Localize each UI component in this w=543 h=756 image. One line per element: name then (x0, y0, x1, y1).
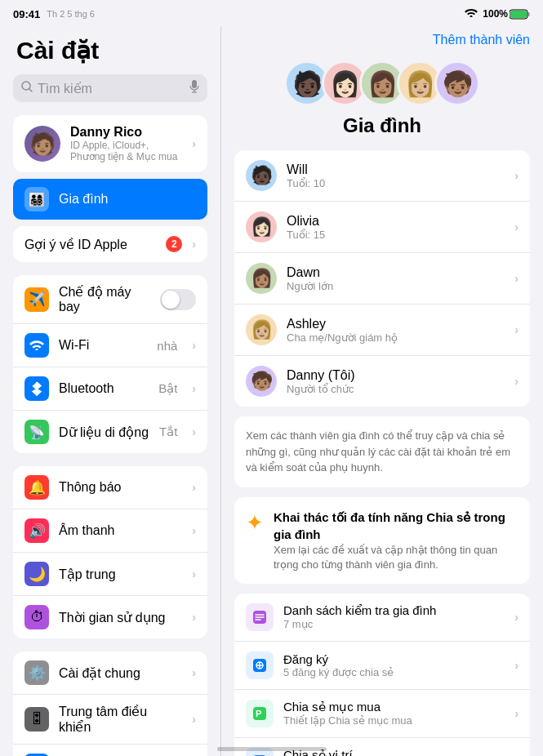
status-right-icons: 100% (465, 7, 530, 21)
suggestion-label: Gợi ý về ID Apple (24, 237, 156, 252)
feature-text: Khai thác tối đa tính năng Chia sẻ trong… (274, 509, 519, 572)
wifi-chevron-icon: › (192, 339, 196, 352)
action-row-subscriptions[interactable]: Đăng ký 5 đăng ký được chia sẻ › (234, 642, 530, 690)
checklist-title: Danh sách kiểm tra gia đình (283, 603, 505, 618)
member-info-danny: Danny (Tôi) Người tổ chức (287, 368, 505, 395)
notifications-icon: 🔔 (24, 475, 49, 500)
family-header: 🧑🏿 👩🏻 👩🏽 👩🏼 🧒🏽 Gia đình (234, 60, 530, 150)
add-member-button[interactable]: Thêm thành viên (433, 33, 530, 47)
settings-row-bluetooth[interactable]: Bluetooth Bật › (13, 367, 207, 411)
settings-row-wifi[interactable]: Wi-Fi nhà › (13, 324, 207, 367)
subscriptions-subtitle: 5 đăng ký được chia sẻ (283, 666, 505, 678)
member-avatar-will: 🧑🏿 (246, 160, 277, 191)
settings-row-display[interactable]: ☀️ Màn hình & Độ sáng › (13, 745, 207, 756)
member-row-olivia[interactable]: 👩🏻 Olivia Tuổi: 15 › (234, 202, 530, 253)
sound-chevron-icon: › (192, 524, 196, 537)
cellular-value: Tắt (159, 425, 177, 439)
olivia-chevron-icon: › (514, 220, 519, 233)
purchases-chevron-icon: › (514, 707, 519, 720)
account-row[interactable]: 🧑🏽 Danny Rico ID Apple, iCloud+, Phương … (13, 115, 207, 172)
action-row-purchases[interactable]: P Chia sẻ mục mua Thiết lập Chia sẻ mục … (234, 690, 530, 738)
member-row-danny[interactable]: 🧒🏽 Danny (Tôi) Người tổ chức › (234, 356, 530, 407)
family-avatar-5: 🧒🏽 (434, 60, 480, 106)
settings-row-control[interactable]: 🎛 Trung tâm điều khiển › (13, 695, 207, 745)
member-row-ashley[interactable]: 👩🏼 Ashley Cha mẹ/Người giám hộ › (234, 305, 530, 356)
main-panel: Thêm thành viên 🧑🏿 👩🏻 👩🏽 👩🏼 🧒🏽 Gia đình … (220, 26, 543, 756)
cellular-icon: 📡 (24, 420, 49, 444)
search-bar[interactable]: Tìm kiếm (13, 74, 207, 102)
notifications-label: Thông báo (59, 480, 182, 495)
member-avatar-ashley: 👩🏼 (246, 314, 277, 345)
cellular-label: Dữ liệu di động (59, 425, 149, 440)
notifications-chevron-icon: › (192, 481, 196, 494)
family-feature-box[interactable]: ✦ Khai thác tối đa tính năng Chia sẻ tro… (234, 497, 530, 584)
family-info-text: Xem các thành viên gia đình có thể truy … (246, 429, 510, 474)
settings-group-connectivity: ✈️ Chế độ máy bay Wi-Fi nhà › Bluetooth (13, 275, 207, 453)
dawn-chevron-icon: › (514, 272, 519, 285)
settings-row-notifications[interactable]: 🔔 Thông báo › (13, 466, 207, 509)
member-info-will: Will Tuổi: 10 (287, 162, 505, 189)
settings-row-cellular[interactable]: 📡 Dữ liệu di động Tắt › (13, 411, 207, 453)
settings-group-general: ⚙️ Cài đặt chung › 🎛 Trung tâm điều khiể… (13, 651, 207, 756)
suggestion-row[interactable]: Gợi ý về ID Apple 2 › (13, 226, 207, 262)
account-avatar-emoji: 🧑🏽 (29, 131, 56, 157)
cellular-chevron-icon: › (192, 425, 196, 438)
subscriptions-chevron-icon: › (514, 659, 519, 672)
focus-chevron-icon: › (192, 567, 196, 580)
account-chevron-icon: › (192, 137, 196, 150)
general-icon: ⚙️ (24, 660, 49, 685)
member-name-will: Will (287, 162, 505, 177)
app-container: Cài đặt Tìm kiếm 🧑🏽 Danny Rico ID Apple,… (0, 26, 543, 756)
family-icon: 👨‍👩‍👧‍👦 (24, 187, 49, 211)
will-chevron-icon: › (514, 169, 519, 182)
settings-row-airplane[interactable]: ✈️ Chế độ máy bay (13, 275, 207, 324)
member-row-will[interactable]: 🧑🏿 Will Tuổi: 10 › (234, 150, 530, 202)
settings-row-sound[interactable]: 🔊 Âm thanh › (13, 509, 207, 553)
svg-rect-5 (192, 80, 197, 88)
screentime-icon: ⏱ (24, 605, 49, 629)
family-title: Gia đình (343, 114, 421, 137)
member-row-dawn[interactable]: 👩🏽 Dawn Người lớn › (234, 253, 530, 305)
member-info-ashley: Ashley Cha mẹ/Người giám hộ (287, 317, 505, 344)
sound-icon: 🔊 (24, 518, 49, 543)
member-name-dawn: Dawn (287, 265, 505, 280)
member-avatar-dawn: 👩🏽 (246, 263, 277, 294)
wifi-settings-icon (24, 333, 49, 358)
bluetooth-chevron-icon: › (192, 382, 196, 395)
ashley-chevron-icon: › (514, 323, 519, 336)
subscriptions-icon (246, 651, 274, 679)
bluetooth-value: Bật (158, 381, 177, 396)
checklist-subtitle: 7 mục (283, 618, 505, 630)
airplane-toggle[interactable] (160, 289, 196, 310)
svg-rect-2 (528, 12, 530, 16)
control-label: Trung tâm điều khiển (59, 704, 182, 735)
status-bar: 09:41 Th 2 5 thg 6 100% (0, 0, 543, 26)
settings-row-screentime[interactable]: ⏱ Thời gian sử dụng › (13, 596, 207, 638)
danny-chevron-icon: › (514, 375, 519, 388)
suggestion-badge: 2 (166, 236, 182, 252)
family-emoji-icon: 👨‍👩‍👧‍👦 (29, 192, 45, 207)
control-icon: 🎛 (24, 707, 49, 732)
settings-row-focus[interactable]: 🌙 Tập trung › (13, 553, 207, 596)
member-avatar-danny: 🧒🏽 (246, 366, 277, 397)
svg-rect-1 (510, 11, 527, 18)
sidebar: Cài đặt Tìm kiếm 🧑🏽 Danny Rico ID Apple,… (0, 26, 220, 756)
airplane-icon: ✈️ (24, 287, 49, 312)
account-section[interactable]: 🧑🏽 Danny Rico ID Apple, iCloud+, Phương … (13, 115, 207, 172)
focus-icon: 🌙 (24, 562, 49, 586)
bluetooth-label: Bluetooth (59, 381, 149, 396)
mic-icon[interactable] (189, 80, 199, 96)
sidebar-item-family[interactable]: 👨‍👩‍👧‍👦 Gia đình (13, 179, 207, 220)
member-role-olivia: Tuổi: 15 (287, 229, 505, 241)
settings-group-notifications: 🔔 Thông báo › 🔊 Âm thanh › 🌙 Tập trung ›… (13, 466, 207, 638)
airplane-label: Chế độ máy bay (59, 284, 150, 314)
settings-row-general[interactable]: ⚙️ Cài đặt chung › (13, 651, 207, 695)
action-row-checklist[interactable]: Danh sách kiểm tra gia đình 7 mục › (234, 594, 530, 642)
feature-star-icon: ✦ (246, 510, 264, 536)
subscriptions-title: Đăng ký (283, 652, 505, 666)
family-info-box: Xem các thành viên gia đình có thể truy … (234, 416, 530, 487)
sound-label: Âm thanh (59, 523, 182, 538)
member-role-dawn: Người lớn (287, 280, 505, 292)
member-role-will: Tuổi: 10 (287, 177, 505, 189)
svg-text:P: P (256, 709, 261, 718)
